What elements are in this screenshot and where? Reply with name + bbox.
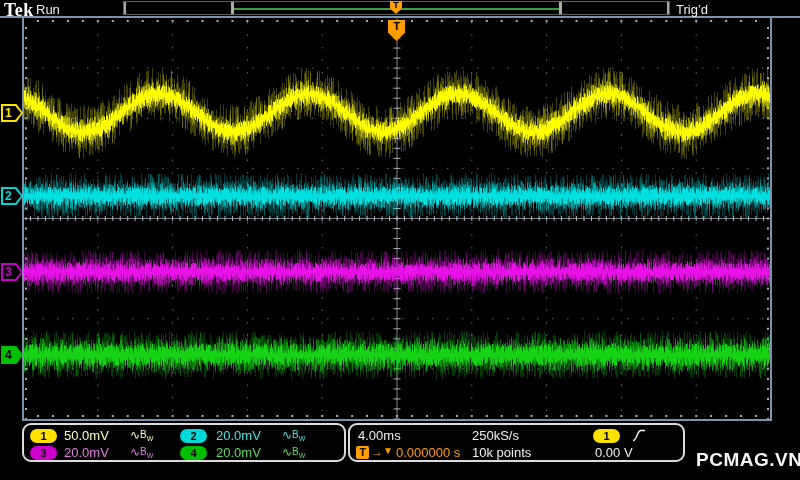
- trigger-position-readout: 0.000000 s: [396, 445, 460, 460]
- bandwidth-icon: B: [140, 429, 147, 440]
- ch2-scale-readout: 20.0mV: [216, 428, 261, 443]
- horizontal-trigger-panel: 4.00ms 250kS/s 1 T → ▼ 0.000000 s 10k po…: [348, 423, 685, 462]
- record-window-end-marker: [559, 2, 562, 14]
- ch2-coupling-bandwidth-icon: ∿BW: [282, 428, 305, 442]
- trigger-t-icon: T: [356, 446, 369, 459]
- tek-logo: Tek: [4, 0, 34, 21]
- ch1-scale-readout: 50.0mV: [64, 428, 109, 443]
- acquisition-status: Run: [36, 2, 60, 17]
- ch4-badge[interactable]: 4: [180, 446, 207, 460]
- channel-readout-panel: 1 50.0mV ∿BW 2 20.0mV ∿BW 3 20.0mV ∿BW 4…: [22, 423, 346, 462]
- ch3-coupling-bandwidth-icon: ∿BW: [130, 445, 153, 459]
- ch3-marker-label: 3: [5, 265, 12, 279]
- record-end-cap: [667, 2, 669, 14]
- ch2-badge[interactable]: 2: [180, 429, 207, 443]
- ch1-badge[interactable]: 1: [30, 429, 57, 443]
- ch4-scale-readout: 20.0mV: [216, 445, 261, 460]
- ch3-badge[interactable]: 3: [30, 446, 57, 460]
- trigger-arrow-icon: →: [371, 445, 383, 459]
- ac-coupling-icon: ∿: [282, 445, 292, 459]
- trigger-level-readout: 0.00 V: [595, 445, 633, 460]
- ac-coupling-icon: ∿: [130, 445, 140, 459]
- ch3-scale-readout: 20.0mV: [64, 445, 109, 460]
- watermark: PCMAG.VN: [696, 449, 800, 471]
- record-start-cap: [124, 2, 126, 14]
- trigger-rising-slope-icon: [632, 428, 646, 447]
- trigger-status: Trig’d: [676, 2, 708, 17]
- record-length-readout: 10k points: [472, 445, 531, 460]
- bandwidth-icon: B: [292, 446, 299, 457]
- ch2-marker-label: 2: [5, 189, 12, 203]
- ch4-coupling-bandwidth-icon: ∿BW: [282, 445, 305, 459]
- ch4-marker-label: 4: [5, 348, 12, 362]
- bandwidth-icon: B: [292, 429, 299, 440]
- ac-coupling-icon: ∿: [130, 428, 140, 442]
- waveform-display: [0, 0, 800, 480]
- trigger-source-badge[interactable]: 1: [593, 429, 620, 443]
- ch1-marker-label: 1: [5, 106, 12, 120]
- ac-coupling-icon: ∿: [282, 428, 292, 442]
- bandwidth-icon: B: [140, 446, 147, 457]
- ch1-coupling-bandwidth-icon: ∿BW: [130, 428, 153, 442]
- trigger-marker-icon: ▼: [383, 445, 393, 456]
- timebase-readout: 4.00ms: [358, 428, 401, 443]
- oscilloscope-screen: Tek Run T Trig’d T 1 2 3 4 1 50.0mV ∿BW …: [0, 0, 800, 480]
- sample-rate-readout: 250kS/s: [472, 428, 519, 443]
